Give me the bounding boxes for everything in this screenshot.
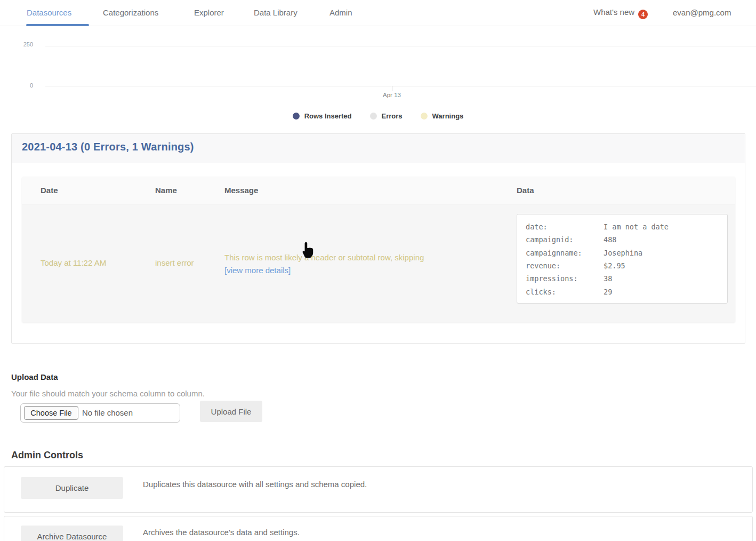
data-field-key: date: <box>526 222 604 231</box>
row-data-preview: date:I am not a date campaignid:488 camp… <box>517 214 728 304</box>
chart-xtick-mark <box>392 86 392 91</box>
chart-gridline-0 <box>45 86 756 86</box>
column-header-date: Date <box>41 186 58 195</box>
data-field-key: impressions: <box>526 274 604 283</box>
archive-description: Archives the datasource's data and setti… <box>143 528 300 537</box>
duplicate-control-card: Duplicate Duplicates this datasource wit… <box>4 466 753 513</box>
tab-data-library[interactable]: Data Library <box>254 8 297 17</box>
duplicate-button[interactable]: Duplicate <box>21 477 123 499</box>
daily-log-title: 2021-04-13 (0 Errors, 1 Warnings) <box>22 141 194 153</box>
data-field-key: campaignname: <box>526 249 604 257</box>
column-header-message: Message <box>224 186 258 195</box>
row-date-cell: Today at 11:22 AM <box>41 258 106 267</box>
tab-datasources[interactable]: Datasources <box>27 8 71 17</box>
data-field-key: revenue: <box>526 261 604 270</box>
duplicate-description: Duplicates this datasource with all sett… <box>143 480 367 489</box>
file-chosen-status: No file chosen <box>82 408 133 417</box>
legend-label-errors: Errors <box>382 112 403 120</box>
legend-label-rows-inserted: Rows Inserted <box>304 112 352 120</box>
chart-ytick-250: 250 <box>11 41 33 47</box>
archive-control-card: Archive Datasource Archives the datasour… <box>4 516 753 541</box>
top-navbar: Datasources Categorizations Explorer Dat… <box>0 0 756 26</box>
data-field-value: I am not a date <box>604 222 669 231</box>
log-table: Date Name Message Data Today at 11:22 AM… <box>22 177 735 322</box>
column-header-data: Data <box>517 186 534 195</box>
data-field: campaignid:488 <box>526 233 719 246</box>
daily-log-header: 2021-04-13 (0 Errors, 1 Warnings) <box>12 134 745 163</box>
data-field-value: Josephina <box>604 249 642 257</box>
upload-data-description: Your file should match your schema colum… <box>11 389 205 398</box>
data-field-value: 29 <box>604 288 612 296</box>
view-more-details-link[interactable]: [view more details] <box>224 266 291 275</box>
archive-datasource-button[interactable]: Archive Datasource <box>21 526 123 541</box>
whats-new-label: What's new <box>593 7 634 17</box>
chart-legend: Rows Inserted Errors Warnings <box>0 110 756 122</box>
datasource-detail-page: Datasources Categorizations Explorer Dat… <box>0 0 756 541</box>
active-tab-underline <box>26 24 89 26</box>
chart-gridline-250 <box>45 46 756 46</box>
row-name-cell: insert error <box>155 258 194 267</box>
whats-new-badge: 4 <box>638 10 648 19</box>
data-field-value: 488 <box>604 235 616 244</box>
file-input[interactable]: Choose File No file chosen <box>20 403 180 423</box>
legend-item-errors[interactable]: Errors <box>370 112 403 120</box>
data-field: revenue:$2.95 <box>526 259 719 272</box>
chart-xtick-label: Apr 13 <box>373 92 411 98</box>
chart-ytick-0: 0 <box>11 82 33 89</box>
legend-label-warnings: Warnings <box>432 112 464 120</box>
log-table-header-row: Date Name Message Data <box>22 177 735 204</box>
data-field: date:I am not a date <box>526 220 719 233</box>
data-field: impressions:38 <box>526 272 719 285</box>
data-field-key: clicks: <box>526 288 604 296</box>
errors-dot-icon <box>370 113 377 120</box>
warnings-dot-icon <box>421 113 428 120</box>
legend-item-rows-inserted[interactable]: Rows Inserted <box>293 112 352 120</box>
legend-item-warnings[interactable]: Warnings <box>421 112 464 120</box>
whats-new-link[interactable]: What's new4 <box>593 7 648 19</box>
tab-admin[interactable]: Admin <box>329 8 352 17</box>
row-message-text: This row is most likely a header or subt… <box>224 253 424 262</box>
column-header-name: Name <box>155 186 177 195</box>
daily-log-panel: 2021-04-13 (0 Errors, 1 Warnings) Date N… <box>11 133 745 344</box>
data-field: campaignname:Josephina <box>526 246 719 259</box>
admin-controls-title: Admin Controls <box>11 450 83 461</box>
upload-data-title: Upload Data <box>11 372 58 381</box>
mouse-cursor-pointer-icon <box>299 241 315 258</box>
data-field-value: $2.95 <box>604 261 625 270</box>
choose-file-button[interactable]: Choose File <box>24 406 78 420</box>
user-email-menu[interactable]: evan@pmg.com <box>673 8 731 17</box>
tab-explorer[interactable]: Explorer <box>194 8 224 17</box>
data-field-key: campaignid: <box>526 235 604 244</box>
rows-inserted-dot-icon <box>293 113 300 120</box>
data-field: clicks:29 <box>526 285 719 298</box>
data-field-value: 38 <box>604 274 612 283</box>
upload-file-button[interactable]: Upload File <box>200 401 262 422</box>
tab-categorizations[interactable]: Categorizations <box>103 8 158 17</box>
